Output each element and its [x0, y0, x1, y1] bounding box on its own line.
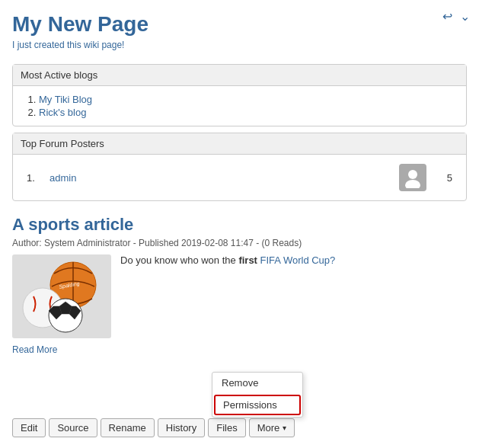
list-item: Rick's blog [39, 107, 458, 118]
more-button[interactable]: More ▾ [249, 418, 295, 437]
down-icon[interactable]: ⌄ [458, 8, 471, 25]
article-body-link[interactable]: FIFA World Cup? [260, 254, 336, 266]
table-row: 1. admin 5 [21, 161, 458, 194]
more-label: More [257, 422, 280, 434]
bottom-toolbar: Edit Source Rename History Files More ▾ [12, 418, 295, 437]
read-more-link[interactable]: Read More [12, 344, 57, 355]
top-forum-posters-widget: Top Forum Posters 1. admin 5 [12, 133, 467, 201]
avatar [399, 164, 426, 191]
most-active-blogs-body: My Tiki Blog Rick's blog [13, 86, 466, 126]
svg-point-0 [408, 170, 417, 179]
article-image: Spalding [12, 254, 111, 338]
poster-rank: 1. [21, 161, 43, 194]
rename-button[interactable]: Rename [101, 418, 155, 437]
article-section: A sports article Author: System Administ… [0, 207, 479, 363]
blog-link-2[interactable]: Rick's blog [39, 107, 86, 118]
dropdown-menu: Remove Permissions [212, 372, 303, 418]
most-active-blogs-header: Most Active blogs [13, 65, 466, 86]
poster-name: admin [49, 172, 384, 184]
page-subtitle: I just created this wiki page! [0, 40, 479, 58]
blog-link-1[interactable]: My Tiki Blog [39, 94, 92, 105]
most-active-blogs-widget: Most Active blogs My Tiki Blog Rick's bl… [12, 64, 467, 126]
edit-button[interactable]: Edit [12, 418, 46, 437]
article-text: Do you know who won the first FIFA World… [120, 254, 467, 266]
more-caret-icon: ▾ [283, 424, 286, 432]
dropdown-wrapper: Remove Permissions [212, 372, 303, 418]
source-button[interactable]: Source [49, 418, 97, 437]
top-nav-icons: ↩ ⌄ [441, 8, 471, 25]
page-title: My New Page [0, 0, 479, 40]
poster-count: 5 [436, 161, 458, 194]
back-icon[interactable]: ↩ [441, 8, 454, 25]
files-button[interactable]: Files [208, 418, 245, 437]
dropdown-item-permissions[interactable]: Permissions [214, 395, 301, 415]
top-forum-posters-header: Top Forum Posters [13, 133, 466, 155]
article-body-text: Do you know who won the [120, 254, 238, 266]
top-forum-posters-body: 1. admin 5 [13, 155, 466, 200]
article-title: A sports article [12, 215, 467, 235]
list-item: My Tiki Blog [39, 94, 458, 105]
article-body-bold: first [238, 254, 257, 266]
dropdown-item-remove[interactable]: Remove [212, 373, 302, 393]
article-meta: Author: System Administrator - Published… [12, 238, 467, 248]
history-button[interactable]: History [158, 418, 205, 437]
svg-point-1 [405, 180, 420, 188]
article-content-row: Spalding Do you know who won the first F… [12, 254, 467, 338]
